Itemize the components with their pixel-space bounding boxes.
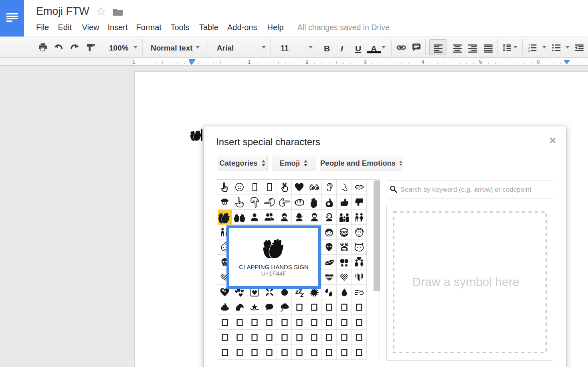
svg-text:3: 3 — [528, 49, 530, 53]
